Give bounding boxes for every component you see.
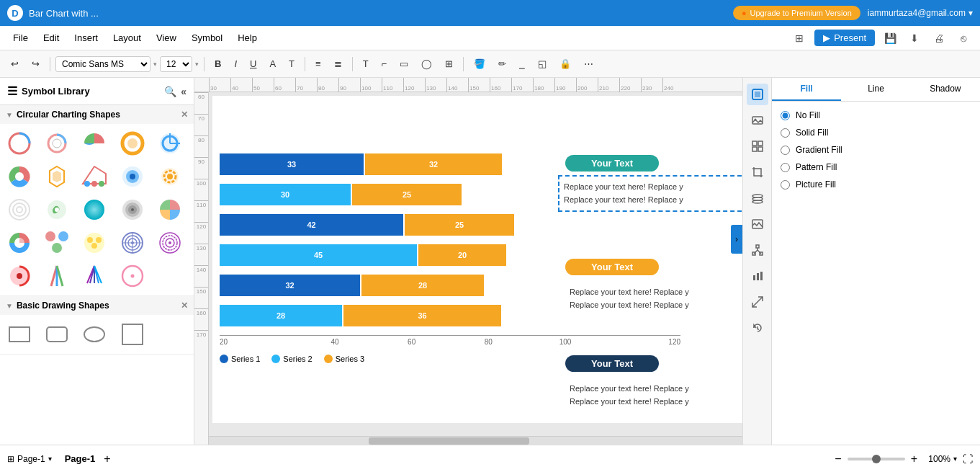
page-dropdown-icon[interactable]: ▾ (48, 455, 52, 463)
line-color-button[interactable]: ✏ (493, 55, 511, 72)
add-page-button[interactable]: + (104, 453, 110, 466)
download-icon[interactable]: ⬇ (905, 29, 924, 48)
upgrade-button[interactable]: Upgrade to Premium Version (733, 6, 860, 20)
save-icon[interactable]: 💾 (881, 29, 899, 48)
more-button[interactable]: ⋯ (579, 55, 598, 72)
underline-button[interactable]: U (245, 55, 261, 72)
close-section-icon[interactable]: ✕ (181, 110, 188, 120)
ellipse-button[interactable]: ◯ (416, 55, 437, 72)
shape-item[interactable] (4, 128, 35, 159)
shape-item[interactable] (4, 195, 35, 225)
shape-item[interactable] (79, 319, 109, 349)
shape-item[interactable] (79, 161, 109, 192)
shape-item[interactable] (79, 128, 109, 159)
zoom-slider[interactable] (848, 458, 905, 460)
shape-item[interactable] (155, 128, 185, 159)
print-icon[interactable]: 🖨 (930, 29, 948, 48)
resize-panel-button[interactable] (747, 291, 768, 313)
text-dashed-box-1[interactable]: Replace your text here! Replace yReplace… (558, 175, 742, 212)
tab-fill[interactable]: Fill (772, 78, 841, 101)
present-button[interactable]: ▶ Present (814, 30, 875, 46)
fill-option-pattern[interactable]: Pattern Fill (781, 162, 971, 172)
shape-item[interactable] (42, 128, 72, 159)
table-button[interactable]: ⊞ (440, 55, 458, 72)
menu-insert[interactable]: Insert (68, 30, 104, 46)
horizontal-scrollbar[interactable] (209, 436, 742, 445)
fill-panel-button[interactable] (747, 84, 768, 105)
history-panel-button[interactable] (747, 317, 768, 339)
shape-item[interactable] (79, 261, 109, 291)
monitor-icon[interactable]: ⊞ (790, 29, 809, 48)
lock-button[interactable]: 🔒 (554, 55, 576, 72)
shape-item[interactable] (79, 195, 109, 225)
shape-item[interactable] (117, 161, 148, 192)
expand-panel-button[interactable]: › (731, 225, 742, 254)
shape-item[interactable] (79, 228, 109, 258)
shape-item[interactable] (117, 228, 148, 258)
shadow-button[interactable]: ◱ (533, 55, 552, 72)
shape-item[interactable] (117, 319, 148, 349)
menu-edit[interactable]: Edit (37, 30, 65, 46)
gradient-fill-radio[interactable] (781, 146, 790, 155)
sidebar-menu-icon[interactable]: ☰ (7, 84, 17, 98)
chart-panel-button[interactable] (747, 265, 768, 287)
line-style-button[interactable]: ⎯ (514, 55, 530, 72)
menu-layout[interactable]: Layout (107, 30, 147, 46)
menu-help[interactable]: Help (232, 30, 263, 46)
text-box-button[interactable]: T (358, 55, 374, 72)
shape-item[interactable] (155, 228, 185, 258)
shape-item[interactable] (42, 161, 72, 192)
shape-item[interactable] (4, 319, 35, 349)
share-icon[interactable]: ⎋ (954, 29, 973, 48)
no-fill-radio[interactable] (781, 111, 790, 120)
grid-panel-button[interactable] (747, 135, 768, 157)
align-left-button[interactable]: ≡ (310, 55, 326, 72)
font-color-button[interactable]: A (264, 55, 281, 72)
layers-panel-button[interactable] (747, 187, 768, 209)
shape-item[interactable] (4, 228, 35, 258)
circular-section-header[interactable]: ▼ Circular Charting Shapes ✕ (0, 105, 194, 124)
zoom-minus-button[interactable]: − (832, 453, 844, 466)
fill-option-no-fill[interactable]: No Fill (781, 110, 971, 120)
shape-item[interactable] (117, 128, 148, 159)
shape-item[interactable] (42, 195, 72, 225)
image-panel-button[interactable] (747, 110, 768, 131)
org-panel-button[interactable] (747, 239, 768, 261)
canvas-content[interactable]: 33 32 30 25 42 25 45 20 (209, 92, 742, 423)
font-size-select[interactable]: 12 14 16 18 24 (160, 56, 192, 72)
photo-panel-button[interactable] (747, 213, 768, 235)
tab-shadow[interactable]: Shadow (911, 78, 980, 101)
tab-line[interactable]: Line (841, 78, 910, 101)
bold-button[interactable]: B (210, 55, 226, 72)
menu-symbol[interactable]: Symbol (186, 30, 228, 46)
menu-view[interactable]: View (150, 30, 182, 46)
fill-option-solid[interactable]: Solid Fill (781, 128, 971, 138)
shape-item[interactable] (4, 261, 35, 291)
shape-item[interactable] (155, 195, 185, 225)
fill-option-gradient[interactable]: Gradient Fill (781, 145, 971, 155)
font-family-select[interactable]: Comic Sans MS Arial Times New Roman (55, 56, 150, 72)
menu-file[interactable]: File (7, 30, 34, 46)
fullscreen-button[interactable]: ⛶ (963, 453, 973, 465)
shape-item[interactable] (155, 161, 185, 192)
pattern-fill-radio[interactable] (781, 163, 790, 172)
zoom-dropdown-icon[interactable]: ▾ (953, 455, 957, 463)
picture-fill-radio[interactable] (781, 180, 790, 190)
search-icon[interactable]: 🔍 (164, 86, 176, 97)
page-thumb-button[interactable]: ⊞ (7, 454, 14, 464)
close-basic-section-icon[interactable]: ✕ (181, 300, 188, 311)
shape-item[interactable] (42, 228, 72, 258)
italic-button[interactable]: I (229, 55, 242, 72)
shape-item[interactable] (42, 319, 72, 349)
align-right-button[interactable]: ≣ (329, 55, 347, 72)
rect-button[interactable]: ▭ (395, 55, 413, 72)
crop-panel-button[interactable] (747, 161, 768, 183)
shape-tool-button[interactable]: ⌐ (377, 55, 392, 72)
zoom-plus-button[interactable]: + (908, 453, 920, 466)
fill-option-picture[interactable]: Picture Fill (781, 179, 971, 190)
basic-section-header[interactable]: ▼ Basic Drawing Shapes ✕ (0, 296, 194, 315)
shape-item[interactable] (42, 261, 72, 291)
zoom-slider-thumb[interactable] (872, 455, 881, 463)
undo-button[interactable]: ↩ (6, 55, 24, 72)
text-style-button[interactable]: T (284, 55, 300, 72)
